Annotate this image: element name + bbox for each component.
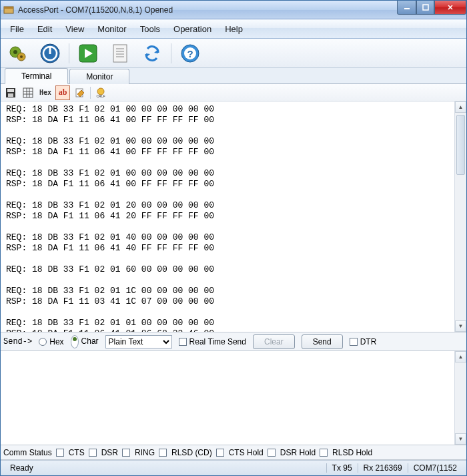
tab-terminal[interactable]: Terminal	[5, 68, 68, 84]
dtr-label: DTR	[360, 337, 377, 346]
svg-rect-1	[4, 7, 13, 9]
send-bar: Send-> Hex Char Plain Text Real Time Sen…	[1, 332, 466, 351]
toolbar-separator	[171, 43, 171, 63]
menu-tools[interactable]: Tools	[133, 21, 167, 37]
scroll-up-arrow[interactable]: ▲	[455, 101, 466, 113]
menu-operation[interactable]: Operation	[167, 21, 218, 37]
status-rx: Rx 216369	[358, 463, 408, 473]
svg-text:CRLF: CRLF	[96, 94, 105, 98]
help-icon: ?	[180, 43, 200, 63]
radio-char[interactable]: Char	[71, 335, 99, 348]
maximize-button[interactable]	[416, 1, 434, 15]
send-textarea-pane: ▲ ▼	[1, 351, 466, 445]
main-toolbar: ?	[1, 39, 466, 68]
status-port: COM7(1152	[408, 463, 462, 473]
refresh-button[interactable]	[139, 41, 165, 66]
svg-point-5	[13, 50, 17, 54]
status-bar: Ready Tx 95 Rx 216369 COM7(1152	[1, 460, 466, 475]
arrow-right-icon	[78, 43, 98, 63]
terminal-scrollbar[interactable]: ▲ ▼	[454, 101, 466, 332]
help-button[interactable]: ?	[177, 41, 203, 66]
document-button[interactable]	[107, 41, 133, 66]
radio-char-label: Char	[81, 336, 99, 346]
svg-rect-3	[423, 5, 428, 10]
tab-strip: Terminal Monitor	[1, 68, 466, 84]
ctshold-indicator: CTS Hold	[216, 448, 264, 457]
svg-rect-2	[404, 8, 410, 9]
scroll-down-arrow[interactable]: ▼	[455, 320, 466, 332]
svg-text:?: ?	[187, 48, 193, 59]
title-bar: AccessPort - COM7(115200,N,8,1) Opened	[1, 1, 466, 19]
menu-file[interactable]: File	[3, 21, 31, 37]
ring-indicator: RING	[122, 448, 155, 457]
terminal-output[interactable]: REQ: 18 DB 33 F1 02 01 00 00 00 00 00 00…	[1, 101, 454, 332]
floppy-icon	[5, 87, 16, 98]
realtime-checkbox[interactable]: Real Time Send	[179, 337, 246, 346]
terminal-pane: REQ: 18 DB 33 F1 02 01 00 00 00 00 00 00…	[1, 101, 466, 332]
svg-rect-22	[8, 93, 13, 97]
crlf-button[interactable]: CRLF	[93, 85, 108, 100]
menu-edit[interactable]: Edit	[31, 21, 59, 37]
run-button[interactable]	[75, 41, 101, 66]
menu-bar: File Edit View Monitor Tools Operation H…	[1, 19, 466, 39]
dsrhold-indicator: DSR Hold	[268, 448, 316, 457]
grid-button[interactable]	[21, 85, 35, 100]
gears-icon	[8, 43, 28, 63]
status-tx: Tx 95	[327, 463, 358, 473]
scroll-down-arrow[interactable]: ▼	[455, 433, 466, 445]
text-mode-button[interactable]: ab	[55, 85, 70, 100]
svg-rect-21	[7, 89, 14, 92]
svg-point-7	[20, 55, 23, 58]
rlsdhold-indicator: RLSD Hold	[320, 448, 372, 457]
radio-hex-label: Hex	[49, 337, 63, 346]
svg-rect-12	[113, 45, 127, 62]
terminal-toolbar: Hex ab CRLF	[1, 84, 466, 101]
options-button[interactable]	[73, 85, 87, 100]
window-controls	[397, 1, 466, 15]
menu-view[interactable]: View	[59, 21, 91, 37]
power-icon	[39, 43, 61, 64]
close-button[interactable]	[434, 1, 466, 15]
toolbar-separator	[90, 87, 91, 99]
document-icon	[111, 43, 129, 63]
radio-hex[interactable]: Hex	[39, 337, 63, 346]
comm-status-label: Comm Status	[3, 448, 52, 457]
send-button[interactable]: Send	[302, 334, 343, 349]
crlf-icon: CRLF	[95, 87, 107, 98]
minimize-button[interactable]	[397, 1, 416, 15]
power-button[interactable]	[37, 41, 63, 66]
scroll-up-arrow[interactable]: ▲	[455, 351, 466, 363]
svg-rect-23	[23, 88, 33, 97]
menu-monitor[interactable]: Monitor	[91, 21, 133, 37]
dtr-checkbox[interactable]: DTR	[350, 337, 377, 346]
toolbar-separator	[69, 43, 69, 63]
app-window: AccessPort - COM7(115200,N,8,1) Opened F…	[0, 0, 467, 476]
dsr-indicator: DSR	[89, 448, 118, 457]
comm-status-bar: Comm Status CTS DSR RING RLSD (CD) CTS H…	[1, 445, 466, 460]
menu-help[interactable]: Help	[218, 21, 250, 37]
hex-mode-button[interactable]: Hex	[38, 85, 53, 100]
tab-monitor[interactable]: Monitor	[69, 69, 129, 84]
window-title: AccessPort - COM7(115200,N,8,1) Opened	[18, 5, 397, 15]
scroll-thumb[interactable]	[456, 115, 465, 175]
format-select[interactable]: Plain Text	[105, 335, 172, 348]
refresh-icon	[142, 43, 162, 63]
grid-icon	[23, 87, 33, 98]
pencil-sheet-icon	[75, 87, 85, 98]
cts-indicator: CTS	[56, 448, 85, 457]
rlsd-indicator: RLSD (CD)	[159, 448, 212, 457]
clear-button[interactable]: Clear	[253, 334, 295, 349]
app-icon	[3, 5, 14, 15]
send-textarea[interactable]	[1, 351, 454, 445]
svg-rect-10	[49, 46, 51, 54]
settings-button[interactable]	[5, 41, 31, 66]
status-ready: Ready	[5, 463, 39, 473]
realtime-label: Real Time Send	[189, 337, 246, 346]
save-button[interactable]	[3, 85, 18, 100]
send-label: Send->	[3, 337, 32, 346]
send-scrollbar[interactable]: ▲ ▼	[454, 351, 466, 445]
